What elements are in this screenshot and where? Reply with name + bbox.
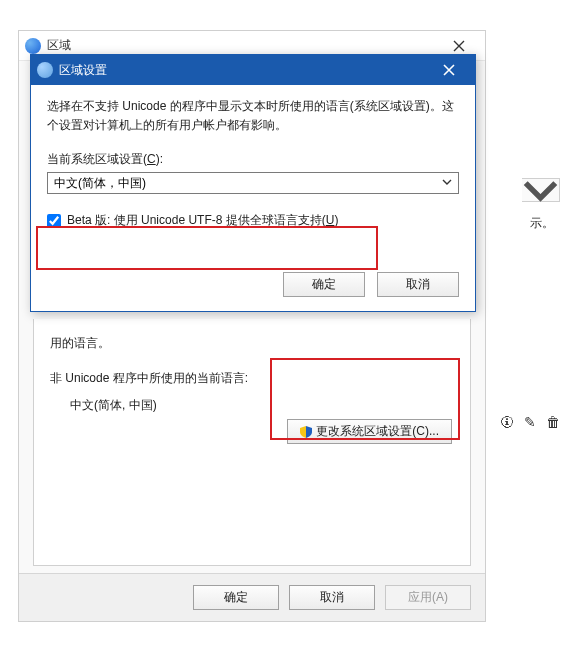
dialog-title: 区域设置 (59, 62, 429, 79)
shield-icon (300, 426, 312, 438)
delete-icon: 🗑 (546, 414, 560, 430)
admin-tab-panel: 用的语言。 非 Unicode 程序中所使用的当前语言: 中文(简体, 中国) … (33, 319, 471, 566)
utf8-beta-checkbox[interactable] (47, 214, 61, 228)
side-icons-partial: 🛈 ✎ 🗑 (500, 414, 560, 430)
chevron-down-icon (442, 176, 452, 190)
locale-combobox[interactable]: 中文(简体，中国) (47, 172, 459, 194)
edit-icon: ✎ (524, 414, 536, 430)
change-locale-label: 更改系统区域设置(C)... (316, 423, 439, 440)
parent-ok-button[interactable]: 确定 (193, 585, 279, 610)
parent-apply-button: 应用(A) (385, 585, 471, 610)
dialog-titlebar: 区域设置 (31, 55, 475, 85)
dialog-ok-button[interactable]: 确定 (283, 272, 365, 297)
side-text-fragment: 示。 (530, 215, 554, 232)
dialog-footer: 确定 取消 (31, 262, 475, 311)
close-icon (443, 64, 455, 76)
utf8-beta-label: Beta 版: 使用 Unicode UTF-8 提供全球语言支持(U) (67, 212, 338, 229)
info-icon: 🛈 (500, 414, 514, 430)
region-settings-dialog: 区域设置 选择在不支持 Unicode 的程序中显示文本时所使用的语言(系统区域… (30, 54, 476, 312)
dropdown-right-partial[interactable] (522, 178, 560, 202)
parent-close-button[interactable] (439, 36, 479, 56)
dialog-description: 选择在不支持 Unicode 的程序中显示文本时所使用的语言(系统区域设置)。这… (47, 97, 459, 135)
current-language-value: 中文(简体, 中国) (70, 397, 454, 414)
utf8-beta-checkbox-row[interactable]: Beta 版: 使用 Unicode UTF-8 提供全球语言支持(U) (47, 212, 459, 229)
parent-title: 区域 (47, 37, 439, 54)
non-unicode-label: 非 Unicode 程序中所使用的当前语言: (50, 370, 454, 387)
globe-icon (25, 38, 41, 54)
dialog-body: 选择在不支持 Unicode 的程序中显示文本时所使用的语言(系统区域设置)。这… (31, 85, 475, 262)
locale-combobox-value: 中文(简体，中国) (54, 175, 146, 192)
dialog-cancel-button[interactable]: 取消 (377, 272, 459, 297)
globe-icon (37, 62, 53, 78)
parent-footer: 确定 取消 应用(A) (19, 573, 485, 621)
dialog-close-button[interactable] (429, 55, 469, 85)
close-icon (453, 40, 465, 52)
chevron-down-icon (522, 172, 559, 209)
change-system-locale-button[interactable]: 更改系统区域设置(C)... (287, 419, 452, 444)
locale-combo-label: 当前系统区域设置(C): (47, 151, 459, 168)
parent-cancel-button[interactable]: 取消 (289, 585, 375, 610)
section-fragment: 用的语言。 (50, 335, 454, 352)
